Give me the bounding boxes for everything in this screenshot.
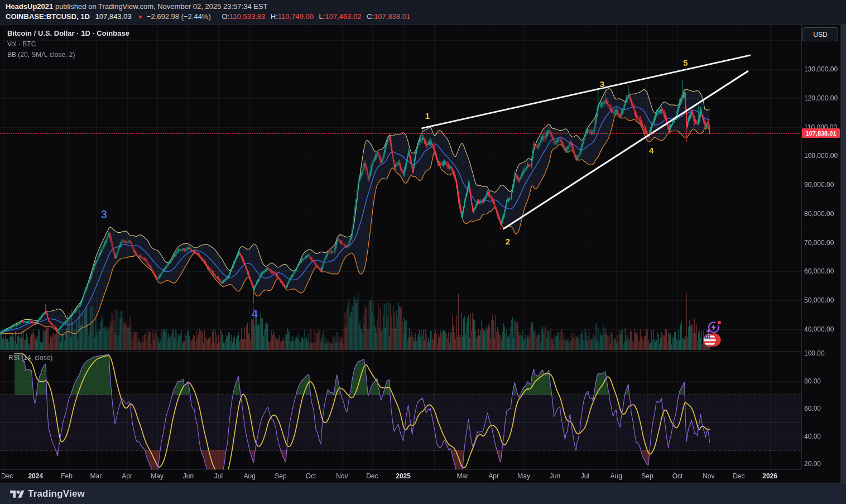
symbol-label[interactable]: COINBASE:BTCUSD, 1D: [6, 12, 90, 21]
tradingview-snapshot: HeadsUp2021 published on TradingView.com…: [0, 0, 846, 504]
last-price: 107,843.03: [95, 12, 132, 21]
header-bar: HeadsUp2021 published on TradingView.com…: [0, 0, 846, 25]
footer-bar: TradingView: [0, 483, 846, 504]
change-direction-icon: ▼: [137, 14, 143, 20]
publisher-name[interactable]: HeadsUp2021: [6, 2, 53, 11]
low-value: 107,463.02: [325, 12, 361, 21]
price-axis[interactable]: [801, 25, 840, 469]
open-label: O:: [222, 12, 229, 21]
price-chart-canvas[interactable]: [0, 25, 801, 469]
tradingview-brand[interactable]: TradingView: [28, 488, 85, 500]
tradingview-logo-icon[interactable]: [10, 489, 25, 502]
low-label: L:: [319, 12, 325, 21]
currency-toggle-button[interactable]: USD: [802, 27, 838, 41]
publisher-line: HeadsUp2021 published on TradingView.com…: [6, 2, 268, 11]
high-value: 110,749.00: [278, 12, 314, 21]
change-value: −2,692.98 (−2.44%): [147, 12, 211, 21]
open-value: 110,533.83: [229, 12, 265, 21]
us-flag-coin-icon[interactable]: [702, 333, 722, 350]
current-price-tag: 107,838.01: [802, 128, 840, 138]
close-label: C:: [367, 12, 374, 21]
close-value: 107,838.01: [374, 12, 410, 21]
right-gutter: [840, 25, 846, 483]
time-axis[interactable]: [0, 469, 801, 483]
high-label: H:: [271, 12, 278, 21]
ticker-line: COINBASE:BTCUSD, 1D 107,843.03 ▼ −2,692.…: [6, 12, 410, 21]
publish-meta: published on TradingView.com, November 0…: [55, 2, 268, 11]
